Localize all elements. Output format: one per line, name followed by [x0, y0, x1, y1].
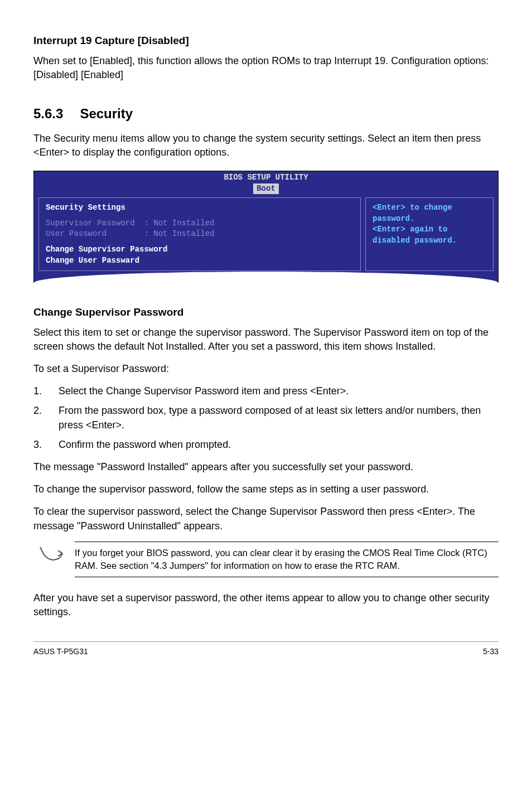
page-footer: ASUS T-P5G31 5-33	[33, 641, 499, 658]
change-password-note: To change the supervisor password, follo…	[33, 482, 499, 496]
clear-password-note: To clear the supervisor password, select…	[33, 505, 499, 533]
bios-supervisor-value: : Not Installed	[144, 219, 214, 228]
section-title: Security	[80, 106, 133, 121]
bios-screenshot: BIOS SETUP UTILITY Boot Security Setting…	[33, 171, 499, 283]
bios-left-pane: Security Settings Supervisor Password : …	[38, 197, 361, 271]
bios-supervisor-label: Supervisor Password	[46, 219, 135, 228]
step-1: Select the Change Supervisor Password it…	[33, 384, 499, 398]
change-supervisor-heading: Change Supervisor Password	[33, 305, 499, 320]
bios-supervisor-row: Supervisor Password : Not Installed	[46, 218, 354, 229]
footer-model: ASUS T-P5G31	[33, 646, 88, 658]
note-icon	[39, 546, 64, 567]
security-intro: The Security menu items allow you to cha…	[33, 132, 499, 160]
bios-change-user: Change User Passward	[46, 255, 354, 267]
password-installed-msg: The message "Password Installed" appears…	[33, 460, 499, 474]
bios-security-settings-heading: Security Settings	[46, 202, 354, 214]
steps-list: Select the Change Supervisor Password it…	[33, 384, 499, 452]
bios-curve-decoration	[34, 272, 498, 283]
interrupt-heading: Interrupt 19 Capture [Disabled]	[33, 33, 499, 49]
after-set-note: After you have set a supervisor password…	[33, 591, 499, 619]
bios-tab-boot: Boot	[253, 183, 279, 195]
step-3: Confirm the password when prompted.	[33, 438, 499, 452]
section-number: 5.6.3	[33, 104, 63, 123]
bios-user-value: : Not Installed	[144, 229, 214, 238]
bios-help-pane: <Enter> to change password. <Enter> agai…	[365, 197, 494, 271]
set-supervisor-intro: To set a Supervisor Password:	[33, 362, 499, 376]
change-supervisor-desc: Select this item to set or change the su…	[33, 326, 499, 354]
bios-change-supervisor: Change Supervisor Password	[46, 244, 354, 255]
bios-title: BIOS SETUP UTILITY	[34, 172, 498, 183]
note-text: If you forget your BIOS password, you ca…	[75, 542, 499, 577]
footer-page: 5-33	[483, 646, 499, 658]
bios-body: Security Settings Supervisor Password : …	[34, 194, 498, 282]
bios-user-row: User Password : Not Installed	[46, 229, 354, 240]
bios-user-label: User Password	[46, 229, 107, 238]
step-2: From the password box, type a password c…	[33, 404, 499, 432]
note-box: If you forget your BIOS password, you ca…	[33, 542, 499, 577]
bios-header: BIOS SETUP UTILITY Boot	[34, 171, 498, 194]
interrupt-description: When set to [Enabled], this function all…	[33, 54, 499, 82]
section-heading: 5.6.3Security	[33, 104, 499, 123]
